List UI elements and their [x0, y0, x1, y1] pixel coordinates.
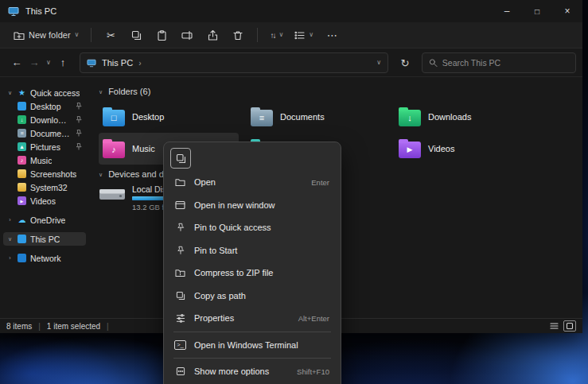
chevron-down-icon[interactable]: ∨: [6, 90, 14, 96]
search-input[interactable]: [442, 58, 569, 68]
list-view-toggle[interactable]: [547, 320, 560, 332]
sidebar-item-downloads[interactable]: ↓ Downloads: [3, 113, 86, 126]
folder-tile-desktop[interactable]: □ Desktop: [99, 101, 239, 133]
forward-button[interactable]: →: [25, 53, 43, 72]
menu-shortcut: Alt+Enter: [298, 314, 329, 323]
sidebar-item-pictures[interactable]: ▲ Pictures: [3, 140, 86, 153]
sidebar-item-label: System32: [30, 183, 68, 192]
large-icons-view-icon: [566, 322, 574, 330]
pin-icon: [174, 223, 186, 232]
folder-name: Desktop: [132, 112, 164, 122]
paste-button[interactable]: [151, 25, 172, 45]
item-count: 8 items: [6, 322, 32, 331]
menu-item-label: Open in Windows Terminal: [194, 340, 321, 350]
rename-icon: [181, 30, 193, 41]
chevron-down-icon: ∨: [99, 89, 103, 95]
pin-icon: [174, 246, 186, 255]
chevron-right-icon[interactable]: ›: [6, 255, 14, 261]
menu-item-open[interactable]: Open Enter: [167, 171, 337, 194]
share-icon: [208, 30, 218, 41]
rename-button[interactable]: [177, 25, 197, 45]
sidebar-item-documents[interactable]: ≡ Documents: [3, 126, 86, 140]
chevron-down-icon: ∨: [278, 32, 283, 38]
folder-name: Downloads: [428, 112, 471, 122]
menu-item-open-windows-terminal[interactable]: >_ Open in Windows Terminal: [167, 334, 337, 357]
menu-item-compress-zip[interactable]: Compress to ZIP file: [167, 262, 337, 285]
folder-tile-downloads[interactable]: ↓ Downloads: [395, 101, 535, 133]
pin-icon: [75, 129, 83, 138]
terminal-icon: >_: [174, 340, 186, 350]
menu-item-copy-as-path[interactable]: Copy as path: [167, 285, 337, 308]
menu-item-label: Pin to Quick access: [194, 223, 321, 232]
list-view-icon: [550, 322, 559, 330]
maximize-button[interactable]: □: [522, 0, 552, 22]
menu-item-pin-quick-access[interactable]: Pin to Quick access: [167, 216, 337, 239]
share-button[interactable]: [202, 25, 223, 45]
sidebar-item-this-pc[interactable]: ∨ This PC: [3, 232, 86, 246]
menu-item-pin-start[interactable]: Pin to Start: [167, 239, 337, 262]
close-button[interactable]: ×: [552, 0, 582, 22]
sidebar-item-screenshots[interactable]: Screenshots: [3, 167, 86, 180]
view-button[interactable]: ∨: [289, 27, 319, 44]
menu-item-open-new-window[interactable]: Open in new window: [167, 194, 337, 217]
copy-button[interactable]: [170, 148, 191, 169]
refresh-button[interactable]: ↻: [395, 52, 415, 73]
search-box[interactable]: [422, 52, 576, 73]
menu-shortcut: Enter: [311, 178, 329, 187]
menu-divider: [173, 358, 331, 359]
sidebar-item-desktop[interactable]: Desktop: [3, 99, 86, 113]
menu-shortcut: Shift+F10: [297, 367, 329, 376]
menu-item-label: Show more options: [194, 367, 289, 376]
menu-item-properties[interactable]: Properties Alt+Enter: [167, 307, 337, 330]
sidebar-item-quick-access[interactable]: ∨ ★ Quick access: [3, 86, 86, 99]
sidebar-item-system32[interactable]: System32: [3, 180, 86, 194]
new-folder-button[interactable]: New folder ∨: [8, 27, 84, 44]
zip-icon: [174, 268, 186, 277]
downloads-icon: ↓: [18, 115, 26, 124]
cut-button[interactable]: ✂: [100, 25, 121, 45]
folder-name: Videos: [428, 144, 454, 153]
sidebar-item-network[interactable]: › Network: [3, 251, 86, 265]
copy-button[interactable]: [126, 25, 146, 45]
view-icon: [294, 30, 305, 41]
breadcrumb-separator-icon[interactable]: ›: [138, 59, 141, 68]
videos-folder-icon: ▶: [399, 142, 421, 158]
sort-button[interactable]: ↑↓ ∨: [264, 28, 289, 43]
sidebar-item-label: Quick access: [30, 88, 80, 98]
sidebar-item-label: This PC: [30, 235, 60, 244]
breadcrumb[interactable]: This PC: [102, 58, 133, 68]
address-dropdown-chevron[interactable]: ∨: [376, 60, 381, 66]
address-bar[interactable]: This PC › ∨: [80, 52, 388, 73]
new-window-icon: [174, 200, 186, 210]
more-options-button[interactable]: ⋯: [321, 25, 342, 45]
minimize-button[interactable]: –: [492, 0, 522, 22]
pin-icon: [75, 142, 83, 151]
this-pc-icon: [87, 59, 96, 68]
chevron-down-icon[interactable]: ∨: [6, 236, 14, 242]
menu-item-label: Copy as path: [194, 291, 321, 301]
properties-icon: [174, 313, 186, 323]
sidebar-item-label: Desktop: [30, 102, 61, 111]
chevron-right-icon[interactable]: ›: [6, 217, 14, 223]
sidebar-item-label: Documents: [30, 129, 71, 138]
up-button[interactable]: ↑: [54, 53, 72, 72]
recent-locations-chevron[interactable]: ∨: [43, 53, 54, 72]
back-button[interactable]: ←: [8, 53, 25, 72]
sort-icon: ↑↓: [270, 31, 275, 40]
menu-item-label: Properties: [194, 313, 290, 323]
divider: [91, 28, 92, 42]
delete-button[interactable]: [228, 25, 248, 45]
sidebar-item-videos[interactable]: ▶ Videos: [3, 194, 86, 208]
music-icon: ♪: [18, 156, 26, 165]
sidebar-item-music[interactable]: ♪ Music: [3, 153, 86, 167]
menu-item-show-more-options[interactable]: Show more options Shift+F10: [167, 360, 337, 383]
menu-item-label: Open: [194, 177, 303, 187]
folder-tile-videos[interactable]: ▶ Videos: [395, 133, 535, 165]
sidebar: ∨ ★ Quick access Desktop ↓ Downloads ≡ D…: [0, 78, 89, 318]
sidebar-item-label: Screenshots: [30, 169, 76, 179]
folder-name: Music: [132, 144, 155, 153]
large-icons-view-toggle[interactable]: [563, 320, 576, 332]
folders-section-header[interactable]: ∨ Folders (6): [99, 87, 582, 96]
sidebar-item-onedrive[interactable]: › ☁ OneDrive: [3, 213, 86, 227]
folder-tile-documents[interactable]: ≡ Documents: [247, 101, 387, 133]
